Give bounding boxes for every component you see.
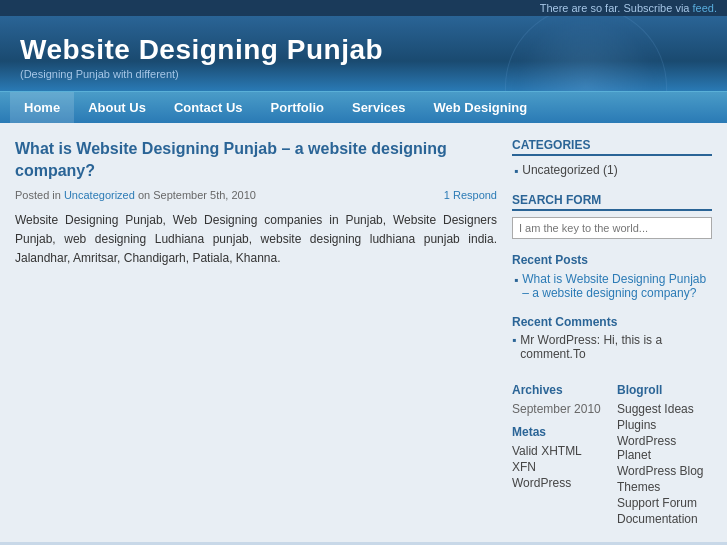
blogroll-link[interactable]: WordPress Blog xyxy=(617,463,712,479)
nav-link[interactable]: Contact Us xyxy=(160,92,257,123)
blogroll-link[interactable]: Documentation xyxy=(617,511,712,527)
search-heading: SEARCH FORM xyxy=(512,193,712,211)
category-item: Uncategorized (1) xyxy=(514,162,712,179)
site-header: Website Designing Punjab (Designing Punj… xyxy=(0,16,727,91)
meta-prefix: Posted in xyxy=(15,189,64,201)
recent-comment-item: Mr WordPress: Hi, this is a comment.To xyxy=(512,333,712,361)
meta-link[interactable]: Valid XHTML xyxy=(512,443,607,459)
blogroll-link[interactable]: Themes xyxy=(617,479,712,495)
post-content: Website Designing Punjab, Web Designing … xyxy=(15,211,497,269)
search-input[interactable] xyxy=(512,217,712,239)
post-category-link[interactable]: Uncategorized xyxy=(64,189,135,201)
blogroll-link[interactable]: WordPress Planet xyxy=(617,433,712,463)
archive-item: September 2010 xyxy=(512,401,607,417)
sidebar-recent-comments: Recent Comments Mr WordPress: Hi, this i… xyxy=(512,315,712,361)
recent-post-link[interactable]: What is Website Designing Punjab – a web… xyxy=(522,272,712,300)
categories-list: Uncategorized (1) xyxy=(512,162,712,179)
post-meta: Posted in Uncategorized on September 5th… xyxy=(15,189,497,201)
nav-list: HomeAbout UsContact UsPortfolioServicesW… xyxy=(10,92,717,123)
nav-link[interactable]: Services xyxy=(338,92,420,123)
site-title: Website Designing Punjab xyxy=(20,34,707,66)
blogroll-list: Suggest IdeasPluginsWordPress PlanetWord… xyxy=(617,401,712,527)
metas-heading: Metas xyxy=(512,425,607,439)
nav-item[interactable]: About Us xyxy=(74,92,160,123)
nav-item[interactable]: Home xyxy=(10,92,74,123)
recent-posts-list: What is Website Designing Punjab – a web… xyxy=(512,271,712,301)
sidebar: CATEGORIES Uncategorized (1) SEARCH FORM… xyxy=(512,138,712,527)
sidebar-categories: CATEGORIES Uncategorized (1) xyxy=(512,138,712,179)
nav-link[interactable]: About Us xyxy=(74,92,160,123)
recent-posts-heading: Recent Posts xyxy=(512,253,712,267)
blogroll-link[interactable]: Plugins xyxy=(617,417,712,433)
nav-link[interactable]: Portfolio xyxy=(257,92,338,123)
sidebar-two-col: Archives September 2010 Metas Valid XHTM… xyxy=(512,375,712,527)
blogroll-link[interactable]: Support Forum xyxy=(617,495,712,511)
feed-link[interactable]: feed. xyxy=(693,2,717,14)
respond-link[interactable]: 1 Respond xyxy=(444,189,497,201)
post-meta-left: Posted in Uncategorized on September 5th… xyxy=(15,189,256,201)
recent-post-item: What is Website Designing Punjab – a web… xyxy=(514,271,712,301)
sidebar-search: SEARCH FORM xyxy=(512,193,712,239)
blogroll-heading: Blogroll xyxy=(617,383,712,397)
archives-list: September 2010 xyxy=(512,401,607,417)
post-title: What is Website Designing Punjab – a web… xyxy=(15,138,497,183)
main-nav: HomeAbout UsContact UsPortfolioServicesW… xyxy=(0,91,727,123)
archives-heading: Archives xyxy=(512,383,607,397)
page-wrapper: What is Website Designing Punjab – a web… xyxy=(0,123,727,542)
sidebar-recent-posts: Recent Posts What is Website Designing P… xyxy=(512,253,712,301)
meta-date: on September 5th, 2010 xyxy=(135,189,256,201)
site-subtitle: (Designing Punjab with different) xyxy=(20,68,707,80)
nav-link[interactable]: Web Designing xyxy=(419,92,541,123)
nav-link[interactable]: Home xyxy=(10,92,74,123)
nav-item[interactable]: Web Designing xyxy=(419,92,541,123)
top-bar: There are so far. Subscribe via feed. xyxy=(0,0,727,16)
nav-item[interactable]: Services xyxy=(338,92,420,123)
nav-item[interactable]: Contact Us xyxy=(160,92,257,123)
top-bar-text: There are so far. Subscribe via xyxy=(540,2,693,14)
recent-comments-heading: Recent Comments xyxy=(512,315,712,329)
metas-list: Valid XHTMLXFNWordPress xyxy=(512,443,607,491)
archives-col: Archives September 2010 Metas Valid XHTM… xyxy=(512,375,607,527)
main-content: What is Website Designing Punjab – a web… xyxy=(15,138,512,527)
blogroll-link[interactable]: Suggest Ideas xyxy=(617,401,712,417)
recent-comments-list: Mr WordPress: Hi, this is a comment.To xyxy=(512,333,712,361)
blogroll-col: Blogroll Suggest IdeasPluginsWordPress P… xyxy=(617,375,712,527)
meta-link[interactable]: WordPress xyxy=(512,475,607,491)
categories-heading: CATEGORIES xyxy=(512,138,712,156)
meta-link[interactable]: XFN xyxy=(512,459,607,475)
nav-item[interactable]: Portfolio xyxy=(257,92,338,123)
